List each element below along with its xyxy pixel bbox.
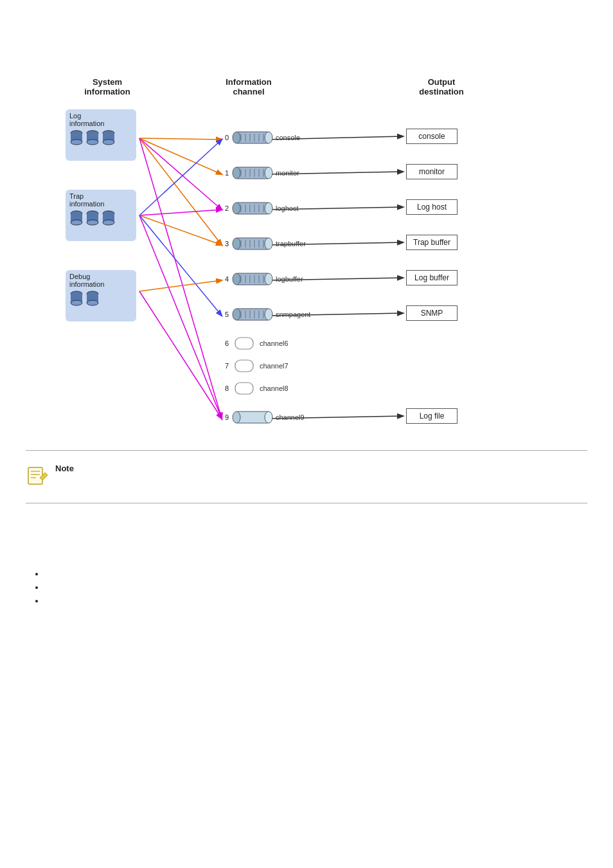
bullet-item-2 (45, 583, 587, 592)
output-monitor: monitor (406, 164, 458, 179)
svg-line-6 (139, 210, 222, 215)
header-system-info: System information (69, 77, 146, 96)
channel-3-cylinder (231, 237, 273, 251)
channel-7-cylinder (231, 359, 257, 373)
svg-point-102 (265, 411, 272, 423)
log-info-box: Loginformation (66, 109, 136, 161)
svg-rect-70 (236, 238, 269, 249)
channel-7-num: 7 (220, 362, 229, 370)
svg-point-81 (265, 273, 272, 285)
channel-7-row: 7 channel7 (220, 359, 289, 373)
channel-5-row: 5 snmpagent (220, 307, 310, 321)
channel-8-cylinder (231, 381, 257, 395)
svg-line-10 (139, 280, 222, 291)
svg-point-39 (71, 300, 82, 305)
log-info-label: Loginformation (69, 112, 132, 127)
channel-1-num: 1 (220, 169, 229, 177)
divider-1 (26, 450, 587, 451)
channel-8-label: channel8 (260, 384, 289, 392)
db-icon-3 (102, 130, 116, 147)
channel-4-row: 4 logbuffer (220, 272, 303, 286)
db-icon-2 (85, 130, 100, 147)
svg-line-7 (139, 215, 222, 245)
db-icon-5 (85, 210, 100, 227)
note-title: Note (55, 464, 74, 473)
channel-1-cylinder (231, 166, 273, 180)
svg-point-24 (87, 140, 98, 145)
svg-line-1 (139, 138, 222, 174)
channel-0-cylinder (231, 131, 273, 145)
output-logfile: Log file (406, 408, 458, 424)
svg-point-89 (233, 309, 240, 320)
svg-rect-100 (236, 411, 269, 423)
output-loghost: Log host (406, 199, 458, 215)
svg-line-2 (139, 138, 222, 210)
svg-point-54 (265, 167, 272, 179)
svg-line-0 (139, 138, 222, 140)
channel-6-row: 6 channel6 (220, 336, 289, 350)
svg-point-21 (71, 140, 82, 145)
channel-6-num: 6 (220, 339, 229, 347)
db-icon-1 (69, 130, 84, 147)
channel-5-cylinder (231, 307, 273, 321)
channel-5-num: 5 (220, 311, 229, 318)
output-snmp: SNMP (406, 305, 458, 321)
svg-point-36 (103, 220, 114, 225)
svg-point-42 (87, 300, 98, 305)
svg-point-33 (87, 220, 98, 225)
note-section: Note (26, 464, 587, 490)
channel-9-label: channel9 (276, 413, 305, 421)
trap-info-label: Trapinformation (69, 192, 132, 208)
header-info-channel: Information channel (217, 77, 281, 96)
svg-rect-98 (235, 360, 253, 372)
db-icon-6 (102, 210, 116, 227)
channel-0-row: 0 console (220, 131, 300, 145)
svg-point-80 (233, 273, 240, 285)
channel-3-label: trapbuffer (276, 240, 306, 248)
channel-9-row: 9 channel9 (220, 410, 305, 424)
db-icon-4 (69, 210, 84, 227)
db-icon-8 (85, 291, 100, 307)
svg-rect-97 (235, 338, 253, 349)
note-icon (26, 464, 49, 490)
divider-2 (26, 503, 587, 503)
svg-rect-99 (235, 383, 253, 394)
output-logbuffer: Log buffer (406, 270, 458, 285)
text-section (26, 516, 587, 556)
channel-8-num: 8 (220, 384, 229, 392)
channel-3-num: 3 (220, 240, 229, 248)
channel-2-cylinder (231, 201, 273, 215)
diagram: System information Information channel O… (30, 39, 583, 437)
channel-2-label: loghost (276, 204, 298, 212)
bullet-item-1 (45, 569, 587, 579)
text-paragraph-2 (26, 530, 587, 543)
svg-line-11 (139, 291, 222, 419)
channel-9-num: 9 (220, 413, 229, 421)
svg-point-62 (233, 203, 240, 214)
svg-point-27 (103, 140, 114, 145)
output-trapbuffer: Trap buffer (406, 235, 458, 250)
channel-6-label: channel6 (260, 339, 289, 347)
note-content: Note (55, 464, 74, 473)
note-svg-icon (26, 464, 49, 487)
channel-7-label: channel7 (260, 362, 289, 370)
output-console: console (406, 129, 458, 144)
svg-point-53 (233, 167, 240, 179)
channel-5-label: snmpagent (276, 311, 310, 318)
db-icon-7 (69, 291, 84, 307)
svg-rect-52 (236, 167, 269, 179)
channel-6-cylinder (231, 336, 257, 350)
bullet-list (45, 569, 587, 606)
channel-0-num: 0 (220, 134, 229, 141)
channel-4-cylinder (231, 272, 273, 286)
svg-point-71 (233, 238, 240, 249)
channel-2-row: 2 loghost (220, 201, 298, 215)
svg-point-45 (265, 132, 272, 143)
svg-rect-103 (28, 467, 42, 484)
svg-rect-88 (236, 309, 269, 320)
svg-rect-79 (236, 273, 269, 285)
channel-3-row: 3 trapbuffer (220, 237, 306, 251)
debug-info-box: Debuginformation (66, 270, 136, 321)
text-paragraph-3 (26, 543, 587, 557)
svg-line-5 (139, 140, 222, 215)
